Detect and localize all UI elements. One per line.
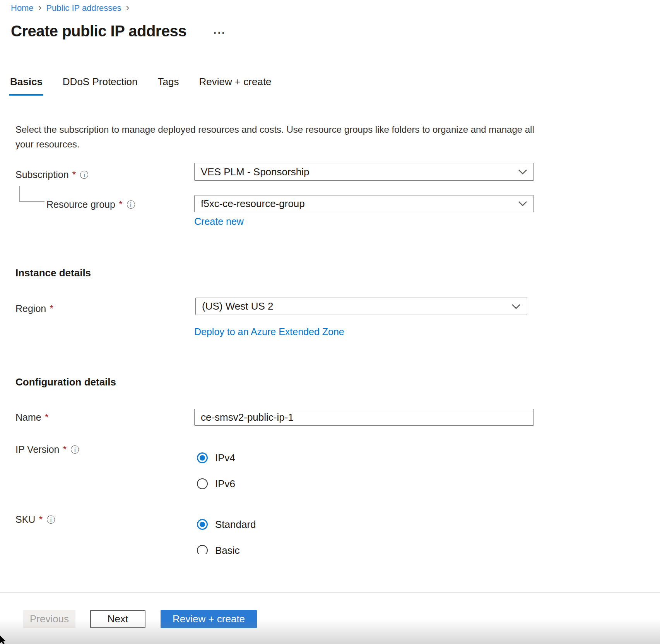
subscription-label: Subscription * i bbox=[15, 169, 88, 180]
standard-radio-label: Standard bbox=[215, 519, 256, 530]
chevron-down-icon bbox=[518, 201, 527, 206]
info-icon[interactable]: i bbox=[47, 516, 55, 524]
description-line-2: your resources. bbox=[15, 137, 534, 152]
next-button[interactable]: Next bbox=[90, 610, 145, 628]
connector-line-horizontal bbox=[19, 201, 44, 202]
required-asterisk: * bbox=[72, 169, 76, 180]
ip-version-label-text: IP Version bbox=[15, 444, 60, 455]
name-label: Name * bbox=[15, 412, 48, 423]
tab-tags[interactable]: Tags bbox=[157, 76, 180, 96]
page-description: Select the subscription to manage deploy… bbox=[15, 122, 534, 152]
subscription-label-text: Subscription bbox=[15, 169, 69, 180]
review-create-button[interactable]: Review + create bbox=[161, 610, 257, 628]
more-options-button[interactable]: ··· bbox=[214, 27, 226, 39]
chevron-right-icon: › bbox=[126, 3, 129, 13]
breadcrumb: Home › Public IP addresses › bbox=[11, 3, 129, 13]
resource-group-label: Resource group * i bbox=[46, 199, 135, 210]
ipv6-radio-label: IPv6 bbox=[215, 478, 235, 489]
region-dropdown-value: (US) West US 2 bbox=[202, 300, 507, 312]
ipv4-radio-option[interactable]: IPv4 bbox=[197, 452, 235, 463]
standard-radio-icon[interactable] bbox=[197, 519, 208, 530]
section-heading-instance-details: Instance details bbox=[15, 267, 91, 279]
deploy-extended-zone-link[interactable]: Deploy to an Azure Extended Zone bbox=[194, 326, 344, 337]
standard-radio-option[interactable]: Standard bbox=[197, 519, 256, 530]
required-asterisk: * bbox=[39, 514, 43, 525]
mouse-cursor-icon bbox=[0, 635, 8, 644]
region-label-text: Region bbox=[15, 303, 46, 314]
name-label-text: Name bbox=[15, 412, 41, 423]
chevron-down-icon bbox=[511, 304, 521, 309]
breadcrumb-link-public-ip-addresses[interactable]: Public IP addresses bbox=[46, 3, 121, 13]
page-title: Create public IP address bbox=[11, 22, 186, 40]
subscription-dropdown-value: VES PLM - Sponsorship bbox=[201, 166, 513, 178]
create-public-ip-page: Home › Public IP addresses › Create publ… bbox=[0, 0, 660, 644]
basic-radio-option[interactable]: Basic bbox=[197, 545, 240, 554]
connector-line-vertical bbox=[19, 186, 20, 202]
basic-radio-label: Basic bbox=[215, 545, 240, 554]
section-heading-configuration-details: Configuration details bbox=[15, 376, 116, 388]
description-line-1: Select the subscription to manage deploy… bbox=[15, 122, 534, 137]
ipv4-radio-label: IPv4 bbox=[215, 452, 235, 463]
name-input[interactable] bbox=[194, 409, 534, 426]
footer-action-bar: Previous Next Review + create bbox=[0, 593, 660, 644]
resource-group-label-text: Resource group bbox=[46, 199, 115, 210]
region-label: Region * bbox=[15, 303, 53, 314]
subscription-dropdown[interactable]: VES PLM - Sponsorship bbox=[194, 163, 534, 181]
info-icon[interactable]: i bbox=[80, 171, 88, 179]
ipv6-radio-option[interactable]: IPv6 bbox=[197, 478, 235, 489]
required-asterisk: * bbox=[50, 303, 53, 314]
tab-bar: Basics DDoS Protection Tags Review + cre… bbox=[9, 76, 272, 96]
required-asterisk: * bbox=[63, 444, 67, 455]
ipv6-radio-icon[interactable] bbox=[197, 478, 208, 489]
chevron-down-icon bbox=[518, 169, 527, 175]
resource-group-dropdown-value: f5xc-ce-resource-group bbox=[201, 198, 513, 210]
ipv4-radio-icon[interactable] bbox=[197, 452, 208, 463]
sku-label: SKU * i bbox=[15, 514, 55, 525]
required-asterisk: * bbox=[45, 412, 49, 423]
tab-review-create[interactable]: Review + create bbox=[198, 76, 272, 96]
chevron-right-icon: › bbox=[38, 3, 42, 13]
previous-button[interactable]: Previous bbox=[23, 610, 75, 628]
tab-ddos-protection[interactable]: DDoS Protection bbox=[62, 76, 138, 96]
info-icon[interactable]: i bbox=[127, 200, 135, 209]
ip-version-label: IP Version * i bbox=[15, 444, 79, 455]
breadcrumb-link-home[interactable]: Home bbox=[11, 3, 34, 13]
tab-basics[interactable]: Basics bbox=[9, 76, 43, 96]
info-icon[interactable]: i bbox=[71, 445, 79, 454]
create-new-link[interactable]: Create new bbox=[194, 216, 244, 227]
basic-radio-icon[interactable] bbox=[197, 545, 208, 554]
region-dropdown[interactable]: (US) West US 2 bbox=[195, 298, 527, 315]
required-asterisk: * bbox=[119, 199, 123, 210]
sku-label-text: SKU bbox=[15, 514, 35, 525]
basics-tab-content: Home › Public IP addresses › Create publ… bbox=[0, 0, 660, 554]
resource-group-dropdown[interactable]: f5xc-ce-resource-group bbox=[194, 195, 534, 212]
